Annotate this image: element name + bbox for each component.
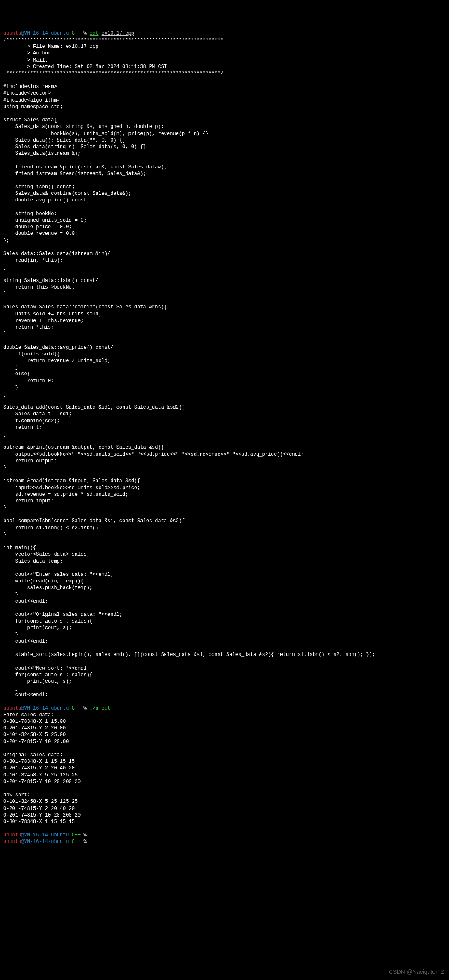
code-line: string bookNo; [3, 211, 57, 217]
code-line: Sales_data& Sales_data::combine(const Sa… [3, 304, 167, 310]
code-line: output<<sd.bookNo<<" "<<sd.units_sold<<"… [3, 452, 304, 457]
code-line: string Sales_data::isbn() const{ [3, 278, 98, 284]
code-line: } [3, 365, 18, 370]
file-header-line: > File Name: ex10.17.cpp [3, 44, 98, 50]
prompt-sep: % [83, 31, 86, 36]
output-line: 0-201-74815-Y 2 20 40 20 [3, 806, 75, 812]
output-line: 0-201-74815-Y 2 20.00 [3, 725, 66, 731]
prompt-user: ubuntu [3, 705, 21, 711]
code-line: bookNo(s), units_sold(n), price(p), reve… [3, 131, 209, 137]
code-line: } [3, 291, 6, 297]
output-line: 0-101-32458-X 5 25 125 25 [3, 799, 78, 805]
prompt-line-4[interactable]: ubuntu@VM-16-14-ubuntu C++ % [3, 839, 87, 845]
code-line: if(units_sold){ [3, 351, 60, 357]
code-line: sales.push_back(temp); [3, 585, 93, 591]
code-line: using namespace std; [3, 104, 63, 110]
file-header-line: > Mail: [3, 57, 48, 63]
code-line: cout<<endl; [3, 639, 48, 644]
code-line: cout<<endl; [3, 599, 48, 604]
prompt-dir: C++ [69, 31, 83, 36]
output-line: 0-101-32458-X 5 25 125 25 [3, 772, 78, 778]
output-line: Enter sales data: [3, 712, 54, 718]
prompt-line-3[interactable]: ubuntu@VM-16-14-ubuntu C++ % [3, 832, 87, 838]
code-line: bool compareIsbn(const Sales_data &s1, c… [3, 518, 185, 524]
output-line: 0-201-74815-Y 10 20.00 [3, 739, 69, 745]
code-line: t.combine(sd2); [3, 418, 60, 424]
prompt-host: VM-16-14-ubuntu [24, 832, 69, 838]
code-line: return input; [3, 498, 54, 504]
file-header-line: > Author: [3, 50, 54, 56]
code-line: cout<<"Enter sales data: "<<endl; [3, 572, 113, 578]
code-line: double price = 0.0; [3, 224, 72, 230]
prompt-sep: % [83, 832, 86, 838]
code-line: return t; [3, 425, 42, 431]
output-line: 0-101-32458-X 5 25.00 [3, 732, 66, 738]
code-line: return revenue / units_sold; [3, 358, 110, 364]
code-line: while(read(cin, temp)){ [3, 578, 83, 584]
code-line: Sales_data add(const Sales_data &sd1, co… [3, 405, 185, 410]
run-command: ./a.out [90, 705, 110, 711]
prompt-user: ubuntu [3, 839, 21, 845]
code-line: read(in, *this); [3, 258, 63, 263]
code-line: Sales_data(istream &); [3, 151, 81, 156]
code-line: return *this; [3, 324, 54, 330]
prompt-line-1: ubuntu@VM-16-14-ubuntu C++ % cat ex10.17… [3, 31, 134, 36]
code-line: friend istream &read(istream&, Sales_dat… [3, 171, 146, 177]
output-line: New sort: [3, 792, 30, 798]
code-line: } [3, 431, 6, 437]
prompt-dir: C++ [69, 832, 83, 838]
code-line: istream &read(istream &input, Sales_data… [3, 478, 140, 484]
code-line: return 0; [3, 378, 54, 384]
code-line: print(cout, s); [3, 679, 72, 684]
prompt-sep: % [83, 839, 86, 845]
code-line: cout<<endl; [3, 692, 48, 698]
output-line: 0-301-78348-X 1 15 15 15 [3, 819, 75, 825]
output-line: 0-301-78348-X 1 15 15 15 [3, 759, 75, 765]
terminal-output: ubuntu@VM-16-14-ubuntu C++ % cat ex10.17… [3, 30, 446, 845]
code-line: struct Sales_data{ [3, 117, 57, 123]
code-line: Sales_data temp; [3, 559, 63, 564]
code-line: for(const auto s : sales){ [3, 618, 93, 624]
code-line: else{ [3, 371, 30, 377]
code-line: unsigned units_sold = 0; [3, 218, 87, 223]
prompt-sep: % [83, 705, 86, 711]
code-line: Sales_data& combine(const Sales_data&); [3, 191, 131, 196]
code-line: double Sales_data::avg_price() const{ [3, 345, 113, 350]
code-line: ostream &print(ostream &output, const Sa… [3, 445, 164, 450]
code-line: } [3, 391, 6, 397]
file-header-line: /***************************************… [3, 37, 223, 43]
code-line: units_sold += rhs.units_sold; [3, 311, 102, 317]
code-line: } [3, 465, 6, 471]
code-line: Sales_data::Sales_data(istream &in){ [3, 251, 110, 257]
code-line: } [3, 685, 18, 691]
cat-command: cat [90, 31, 99, 36]
code-line: stable_sort(sales.begin(), sales.end(), … [3, 652, 375, 658]
prompt-dir: C++ [69, 839, 83, 845]
output-line: 0-201-74815-Y 2 20 40 20 [3, 765, 75, 771]
code-line: } [3, 632, 18, 638]
code-line: #include<iostream> [3, 84, 57, 90]
code-line: Sales_data(): Sales_data("", 0, 0) {} [3, 137, 125, 143]
prompt-line-2: ubuntu@VM-16-14-ubuntu C++ % ./a.out [3, 705, 110, 711]
code-line: Sales_data(const string &s, unsigned n, … [3, 124, 164, 130]
code-line: cout<<"Original sales data: "<<endl; [3, 612, 122, 618]
prompt-host: VM-16-14-ubuntu [24, 31, 69, 36]
prompt-dir: C++ [69, 705, 83, 711]
prompt-user: ubuntu [3, 31, 21, 36]
file-header-line: > Created Time: Sat 02 Mar 2024 08:11:38… [3, 64, 167, 70]
code-line: }; [3, 238, 9, 244]
code-line: } [3, 385, 18, 391]
code-line: } [3, 532, 6, 537]
code-line: input>>sd.bookNo>>sd.units_sold>>sd.pric… [3, 485, 140, 491]
code-line: revenue += rhs.revenue; [3, 318, 83, 324]
code-line: vector<Sales_data> sales; [3, 552, 90, 557]
code-line: #include<algorithm> [3, 97, 60, 103]
code-line: for(const auto s : sales){ [3, 672, 93, 678]
code-line: } [3, 331, 6, 337]
prompt-host: VM-16-14-ubuntu [24, 839, 69, 845]
prompt-host: VM-16-14-ubuntu [24, 705, 69, 711]
file-header-line: ****************************************… [3, 71, 223, 76]
code-line: #include<vector> [3, 90, 51, 96]
output-line: 0-201-74815-Y 10 20 200 20 [3, 779, 81, 785]
prompt-user: ubuntu [3, 832, 21, 838]
